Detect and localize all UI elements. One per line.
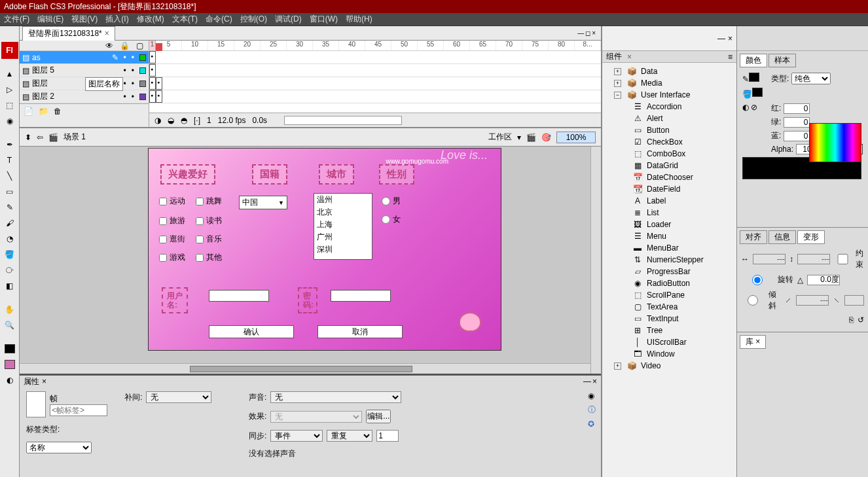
close-components-icon[interactable]: × — [627, 52, 632, 62]
tree-folder[interactable]: +📦Video — [605, 360, 734, 372]
edit-multiple-icon[interactable]: ◓ — [181, 116, 187, 125]
marker-icon[interactable]: [·] — [194, 116, 200, 125]
ok-button[interactable]: 确认 — [209, 325, 294, 338]
repeat-count-input[interactable] — [376, 430, 399, 442]
edit-scene-icon[interactable]: 🎬 — [526, 133, 536, 142]
onion-skin-outline-icon[interactable]: ◒ — [168, 116, 174, 125]
color-tab[interactable]: 颜色 — [740, 54, 767, 67]
tree-item[interactable]: ▭TextInput — [605, 313, 734, 325]
tree-item[interactable]: ☰Accordion — [605, 101, 734, 113]
edit-symbol-icon[interactable]: 🎯 — [541, 133, 551, 142]
expander-icon[interactable]: − — [614, 92, 621, 99]
nation-combobox[interactable]: 中国▼ — [239, 196, 287, 209]
panel-close-icon[interactable]: × — [592, 377, 597, 386]
panel-close-icon[interactable]: × — [728, 34, 732, 43]
city-item[interactable]: 上海 — [314, 219, 372, 231]
stage[interactable]: Love is... www.gomugomu.com 兴趣爱好 国籍 城市 性… — [148, 148, 501, 351]
tree-item[interactable]: 🗔Window — [605, 348, 734, 360]
panel-minimize-icon[interactable]: — — [717, 34, 725, 43]
stage-vertical-scrollbar[interactable] — [590, 147, 601, 374]
tree-item[interactable]: ▱ProgressBar — [605, 266, 734, 277]
timeline-toggle-icon[interactable]: ⬍ — [25, 133, 31, 142]
components-tree[interactable]: +📦Data+📦Media−📦User Interface☰Accordion⚠… — [602, 63, 736, 477]
sound-select[interactable]: 无 — [270, 391, 401, 403]
panel-minimize-icon[interactable]: — — [583, 377, 591, 386]
info-tab[interactable]: 信息 — [769, 230, 796, 244]
frame-row[interactable] — [149, 64, 601, 77]
tree-item[interactable]: ▢TextArea — [605, 301, 734, 313]
tree-item[interactable]: ⬚ComboBox — [605, 148, 734, 160]
tree-item[interactable]: ▭Button — [605, 124, 734, 136]
g-input[interactable] — [784, 117, 810, 128]
stroke-tool-icon[interactable]: ✎ — [742, 75, 749, 84]
library-tab[interactable]: 库 × — [740, 335, 766, 349]
hobby-chk-5[interactable] — [159, 236, 167, 243]
menu-modify[interactable]: 修改(M) — [137, 14, 164, 25]
pen-tool[interactable]: ✒ — [4, 139, 16, 150]
expander-icon[interactable]: + — [614, 68, 621, 75]
edit-sound-button[interactable]: 编辑... — [366, 410, 391, 423]
tree-item[interactable]: ▬MenuBar — [605, 242, 734, 254]
fill-color-swatch[interactable] — [4, 359, 16, 370]
add-folder-icon[interactable]: 📁 — [39, 107, 48, 116]
onion-skin-icon[interactable]: ◑ — [154, 116, 161, 125]
stage-area[interactable]: Love is... www.gomugomu.com 兴趣爱好 国籍 城市 性… — [20, 147, 601, 374]
close-library-icon[interactable]: × — [755, 337, 760, 346]
panel-close-icon[interactable]: × — [592, 29, 596, 37]
menu-view[interactable]: 视图(V) — [71, 14, 98, 25]
hobby-chk-8[interactable] — [196, 254, 204, 262]
layer-color-swatch[interactable] — [139, 94, 146, 100]
keyframe[interactable] — [149, 51, 156, 63]
free-transform-tool[interactable]: ⬚ — [4, 99, 16, 111]
help-lock-icon[interactable]: ◉ — [588, 391, 596, 400]
lock-header-icon[interactable]: 🔒 — [120, 41, 130, 50]
city-item[interactable]: 温州 — [314, 194, 372, 206]
back-arrow-icon[interactable]: ⇦ — [37, 133, 43, 142]
username-input[interactable] — [209, 290, 269, 302]
cancel-button[interactable]: 取消 — [317, 325, 403, 338]
keyframe[interactable] — [149, 77, 156, 90]
city-item[interactable]: 广州 — [314, 231, 372, 243]
subselection-tool[interactable]: ▷ — [4, 84, 16, 96]
city-item[interactable]: 北京 — [314, 206, 372, 219]
tree-item[interactable]: ALabel — [605, 195, 734, 207]
menu-file[interactable]: 文件(F) — [4, 14, 29, 25]
menu-help[interactable]: 帮助(H) — [346, 14, 372, 25]
close-tab-icon[interactable]: × — [105, 29, 109, 38]
copy-transform-icon[interactable]: ⎘ — [849, 315, 854, 325]
hobby-chk-7[interactable] — [159, 254, 167, 262]
help-circle-icon[interactable]: ⓘ — [588, 404, 596, 415]
align-tab[interactable]: 对齐 — [740, 230, 767, 244]
b-input[interactable] — [784, 131, 810, 141]
constrain-checkbox[interactable] — [834, 254, 852, 264]
pencil-tool[interactable]: ✎ — [4, 202, 16, 213]
tree-item[interactable]: ☰Menu — [605, 230, 734, 242]
tree-item[interactable]: ▦DataGrid — [605, 160, 734, 171]
color-toggle-icon[interactable]: ◐ — [4, 374, 16, 386]
layer-color-swatch[interactable] — [139, 67, 146, 74]
hand-tool[interactable]: ✋ — [4, 304, 16, 315]
bw-icon[interactable]: ◐ — [742, 103, 749, 112]
tree-item[interactable]: 📆DateField — [605, 183, 734, 195]
selection-tool[interactable]: ▲ — [4, 68, 16, 80]
type-select[interactable]: 纯色 — [791, 73, 831, 84]
tree-item[interactable]: 🖼Loader — [605, 219, 734, 230]
layer-row[interactable]: ▤图层 2•• — [20, 90, 149, 103]
rectangle-tool[interactable]: ▭ — [4, 186, 16, 198]
menu-text[interactable]: 文本(T) — [172, 14, 198, 25]
hobby-chk-4[interactable] — [196, 217, 204, 225]
text-tool[interactable]: T — [4, 154, 16, 166]
eraser-tool[interactable]: ◧ — [4, 280, 16, 292]
panel-restore-icon[interactable]: ◻ — [585, 29, 590, 37]
city-listbox[interactable]: 温州北京上海广州深圳 — [314, 193, 372, 260]
transform-tab[interactable]: 变形 — [797, 230, 825, 244]
swatch-tab[interactable]: 样本 — [769, 54, 796, 67]
line-tool[interactable]: ╲ — [4, 170, 16, 182]
add-layer-icon[interactable]: 📄 — [24, 107, 33, 116]
layer-edit-icon[interactable]: ✎ — [112, 53, 118, 62]
zoom-tool[interactable]: 🔍 — [4, 319, 16, 331]
r-input[interactable] — [784, 103, 810, 114]
tree-item[interactable]: ⚠Alert — [605, 113, 734, 124]
hobby-chk-3[interactable] — [159, 217, 167, 225]
keyframe[interactable] — [149, 64, 156, 77]
